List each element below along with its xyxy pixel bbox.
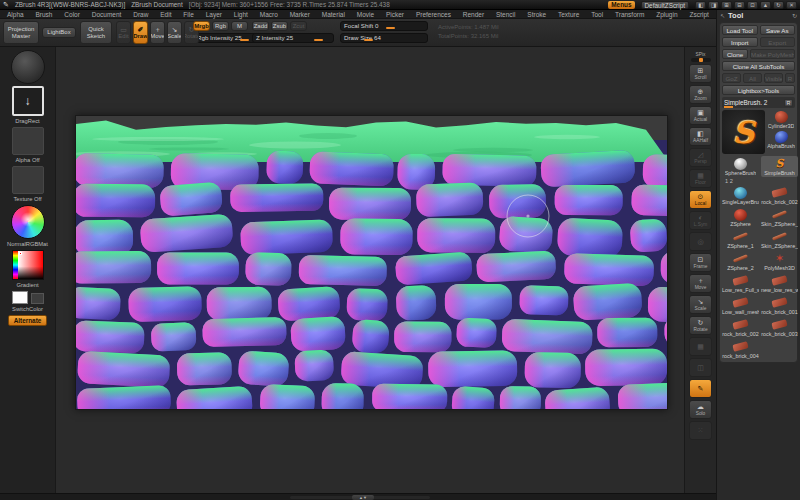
tool-item-rock-brick-003[interactable]: rock_brick_003 <box>761 317 798 338</box>
shelf-zoom-button[interactable]: ⊕Zoom <box>689 85 712 104</box>
draw-size-slider[interactable]: Draw Size 64 <box>340 33 428 43</box>
menus-button[interactable]: Menus <box>608 1 634 9</box>
tray-right-icon[interactable]: ⊟ <box>734 1 745 9</box>
shelf-actual-button[interactable]: ▣Actual <box>689 106 712 125</box>
shelf-scroll-button[interactable]: ⊞Scroll <box>689 64 712 83</box>
tool-item-zsphere-1[interactable]: ZSphere_1 <box>722 229 759 250</box>
menu-render[interactable]: Render <box>463 11 484 18</box>
menu-material[interactable]: Material <box>322 11 345 18</box>
zadd-button[interactable]: Zadd <box>252 21 269 31</box>
menu-draw[interactable]: Draw <box>133 11 148 18</box>
menu-document[interactable]: Document <box>92 11 122 18</box>
menu-color[interactable]: Color <box>64 11 80 18</box>
shelf-button-button[interactable]: ✎ <box>689 379 712 398</box>
texture-thumbnail[interactable] <box>12 166 44 194</box>
shelf-aahalf-button[interactable]: ◧AAHalf <box>689 127 712 146</box>
tool-item-rock-brick-002[interactable]: rock_brick_002 <box>761 185 798 206</box>
tool-item-cylinder3d[interactable]: Cylinder3D <box>767 110 795 129</box>
lock-icon[interactable]: ⊡ <box>747 1 758 9</box>
tool-item-simplebrush[interactable]: SSimpleBrush <box>761 156 798 177</box>
menu-edit[interactable]: Edit <box>160 11 171 18</box>
load-tool-button[interactable]: Load Tool <box>722 25 758 35</box>
menu-zplugin[interactable]: Zplugin <box>656 11 677 18</box>
document-area[interactable] <box>56 47 684 493</box>
save-as-button[interactable]: Save As <box>760 25 796 35</box>
tool-item-rock-brick-004[interactable]: rock_brick_004 <box>722 339 759 360</box>
tool-item-low-wall-mesh1[interactable]: Low_wall_mesh1 <box>722 295 759 316</box>
restore-icon[interactable]: ↻ <box>773 1 784 9</box>
spix-slider[interactable]: SPix <box>691 52 711 62</box>
current-brush-thumbnail[interactable] <box>11 50 45 84</box>
tool-item-alphabrush[interactable]: AlphaBrush <box>767 130 795 149</box>
maximize-icon[interactable]: ▲ <box>760 1 771 9</box>
menu-layer[interactable]: Layer <box>206 11 222 18</box>
shelf-frame-button[interactable]: ⊡Frame <box>689 253 712 272</box>
alternate-button[interactable]: Alternate <box>8 315 48 326</box>
shelf-scale-button[interactable]: ↘Scale <box>689 295 712 314</box>
draw-button[interactable]: ✐Draw <box>133 21 148 44</box>
close-icon[interactable]: ✕ <box>786 1 797 9</box>
active-tool-thumbnail[interactable]: S <box>722 110 765 154</box>
menu-zscript[interactable]: Zscript <box>689 11 709 18</box>
menu-light[interactable]: Light <box>234 11 248 18</box>
menu-tool[interactable]: Tool <box>591 11 603 18</box>
tool-item-zsphere-2[interactable]: ZSphere_2 <box>722 251 759 272</box>
menu-texture[interactable]: Texture <box>558 11 579 18</box>
tool-palette-header[interactable]: ↖ Tool ↻ <box>717 10 800 21</box>
tool-item-low-res-full-w[interactable]: Low_res_Full_w <box>722 273 759 294</box>
stroke-thumbnail[interactable]: ↓ <box>12 86 44 116</box>
shelf-solo-button[interactable]: ☁Solo <box>689 400 712 419</box>
menu-transform[interactable]: Transform <box>615 11 644 18</box>
menu-marker[interactable]: Marker <box>290 11 310 18</box>
panel-right-icon[interactable]: ◨ <box>708 1 719 9</box>
tool-item-new-low-res-w[interactable]: new_low_res_w <box>761 273 798 294</box>
bottom-tray-handle[interactable]: ▲▼ <box>352 495 374 500</box>
projection-master-button[interactable]: Projection Master <box>3 21 39 44</box>
tool-item-rock-brick-002[interactable]: rock_brick_002 <box>722 317 759 338</box>
secondary-color-swatch[interactable] <box>31 293 44 304</box>
focal-shift-slider[interactable]: Focal Shift 0 <box>340 21 428 31</box>
active-tool-bar[interactable]: SimpleBrush. 2 R <box>722 97 795 108</box>
tool-item-zsphere[interactable]: ZSphere <box>722 207 759 228</box>
mrgb-button[interactable]: Mrgb <box>193 21 210 31</box>
m-button[interactable]: M <box>231 21 248 31</box>
shelf-rotate-button[interactable]: ↻Rotate <box>689 316 712 335</box>
zsub-button[interactable]: Zsub <box>271 21 288 31</box>
lightbox-tools-button[interactable]: Lightbox>Tools <box>722 85 795 95</box>
menu-stencil[interactable]: Stencil <box>496 11 516 18</box>
alpha-thumbnail[interactable] <box>12 127 44 155</box>
gradient-button[interactable]: Gradient <box>16 282 38 289</box>
tool-item-singlelayerbrush[interactable]: SingleLayerBrush <box>722 185 759 206</box>
document-canvas[interactable] <box>75 115 668 410</box>
saturation-value-box[interactable] <box>18 251 43 279</box>
clone-button[interactable]: Clone <box>722 49 748 59</box>
switch-color-button[interactable]: SwitchColor <box>12 306 43 313</box>
menu-movie[interactable]: Movie <box>357 11 374 18</box>
tool-item-rock-brick-001[interactable]: rock_brick_001 <box>761 295 798 316</box>
palette-cycle-icon[interactable]: ↻ <box>792 12 797 19</box>
color-picker[interactable] <box>12 250 44 280</box>
import-button[interactable]: Import <box>722 37 758 47</box>
panel-left-icon[interactable]: ◧ <box>695 1 706 9</box>
tool-item-polymesh3d[interactable]: ✶PolyMesh3D <box>761 251 798 272</box>
tool-item-skin-zsphere-2[interactable]: Skin_ZSphere_2 <box>761 229 798 250</box>
main-color-swatch[interactable] <box>12 291 28 304</box>
tool-item-skin-zsphere-1[interactable]: Skin_ZSphere_1 <box>761 207 798 228</box>
menu-macro[interactable]: Macro <box>260 11 278 18</box>
clone-all-subtools-button[interactable]: Clone All SubTools <box>722 61 795 71</box>
menu-brush[interactable]: Brush <box>35 11 52 18</box>
quick-sketch-button[interactable]: Quick Sketch <box>80 21 112 44</box>
menu-picker[interactable]: Picker <box>386 11 404 18</box>
menu-alpha[interactable]: Alpha <box>7 11 24 18</box>
scale-button[interactable]: ↘Scale <box>167 21 182 44</box>
default-zscript-button[interactable]: DefaultZScript <box>641 1 690 9</box>
shelf-move-button[interactable]: ＋Move <box>689 274 712 293</box>
tool-item-spherebrush[interactable]: SphereBrush <box>722 156 759 177</box>
lightbox-button[interactable]: LightBox <box>42 27 76 38</box>
move-button[interactable]: ＋Move <box>150 21 165 44</box>
spix-knob[interactable] <box>699 58 703 62</box>
menu-preferences[interactable]: Preferences <box>416 11 451 18</box>
tray-left-icon[interactable]: ⊞ <box>721 1 732 9</box>
z-intensity-slider[interactable]: Z Intensity 25 <box>252 33 334 43</box>
menu-stroke[interactable]: Stroke <box>527 11 546 18</box>
